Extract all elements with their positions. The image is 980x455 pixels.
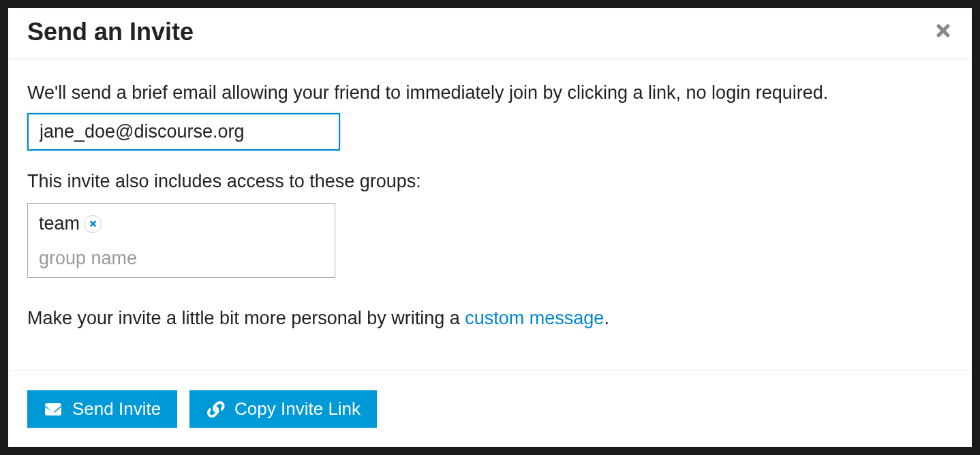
send-invite-button[interactable]: Send Invite	[27, 390, 177, 428]
modal-header: Send an Invite	[8, 8, 972, 59]
copy-invite-link-button[interactable]: Copy Invite Link	[189, 390, 377, 428]
custom-message-suffix: .	[604, 308, 609, 328]
groups-select-box[interactable]: team	[27, 203, 335, 278]
remove-tag-icon[interactable]	[84, 215, 102, 233]
custom-message-prefix: Make your invite a little bit more perso…	[27, 308, 465, 328]
groups-label: This invite also includes access to thes…	[27, 171, 953, 192]
modal-title: Send an Invite	[27, 18, 194, 46]
modal-body: We'll send a brief email allowing your f…	[8, 59, 972, 371]
invite-description: We'll send a brief email allowing your f…	[27, 82, 953, 104]
copy-invite-link-label: Copy Invite Link	[234, 398, 361, 420]
modal-footer: Send Invite Copy Invite Link	[8, 371, 972, 447]
send-invite-modal: Send an Invite We'll send a brief email …	[8, 8, 972, 447]
envelope-icon	[44, 401, 63, 418]
group-name-input[interactable]	[39, 248, 324, 269]
group-tag-label: team	[39, 213, 80, 234]
custom-message-link[interactable]: custom message	[465, 308, 604, 328]
custom-message-prompt: Make your invite a little bit more perso…	[27, 308, 953, 329]
email-input[interactable]	[27, 113, 340, 151]
send-invite-label: Send Invite	[72, 398, 161, 420]
close-icon[interactable]	[934, 20, 953, 44]
group-tag: team	[39, 213, 102, 234]
link-icon	[206, 401, 225, 418]
